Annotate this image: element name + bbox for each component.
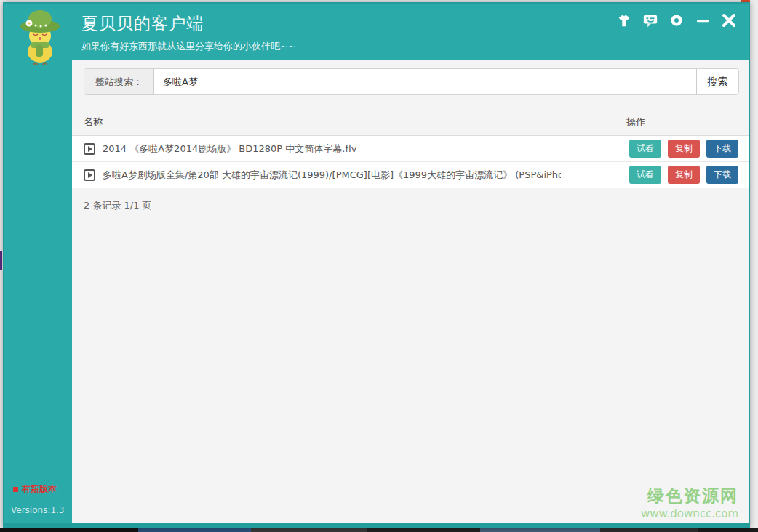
settings-icon[interactable] <box>669 12 685 28</box>
watermark-url: www.downcc.com <box>641 507 738 520</box>
copy-button[interactable]: 复制 <box>668 140 700 158</box>
row-actions: 试看 复制 下载 <box>629 166 738 184</box>
row-actions: 试看 复制 下载 <box>629 140 738 158</box>
column-header-name: 名称 <box>84 116 103 129</box>
table-row: 多啦A梦剧场版全集/第20部 大雄的宇宙漂流记(1999)/[PMCG][电影]… <box>72 162 749 188</box>
update-bullet-icon <box>13 487 18 492</box>
table-row: 2014 《多啦A梦2014剧场版》 BD1280P 中文简体字幕.flv 试看… <box>72 136 749 162</box>
app-window: 夏贝贝的客户端 如果你有好东西那就从这里分享给你的小伙伴吧~~ <box>3 2 750 528</box>
skin-icon[interactable] <box>616 12 632 28</box>
update-notice-label: 有新版本 <box>22 483 57 496</box>
preview-button[interactable]: 试看 <box>629 140 661 158</box>
minimize-icon[interactable] <box>695 12 711 28</box>
download-button[interactable]: 下载 <box>706 140 738 158</box>
search-scope-selector[interactable]: 整站搜索： <box>84 69 154 94</box>
site-watermark: 绿色资源网 www.downcc.com <box>641 485 738 520</box>
app-logo <box>13 7 67 65</box>
sidebar <box>4 4 72 523</box>
column-header-actions: 操作 <box>626 116 645 129</box>
update-notice[interactable]: 有新版本 <box>13 483 57 496</box>
search-input[interactable] <box>154 69 696 94</box>
preview-button[interactable]: 试看 <box>629 166 661 184</box>
page-title: 夏贝贝的客户端 <box>81 12 204 35</box>
feedback-icon[interactable] <box>642 12 658 28</box>
version-label: Versions:1.3 <box>11 505 65 515</box>
play-icon <box>84 169 95 181</box>
watermark-title: 绿色资源网 <box>641 485 738 507</box>
record-count: 2 条记录 1/1 页 <box>84 199 152 212</box>
file-name[interactable]: 多啦A梦剧场版全集/第20部 大雄的宇宙漂流记(1999)/[PMCG][电影]… <box>103 169 561 182</box>
play-icon <box>84 143 95 155</box>
results-table-header: 名称 操作 <box>72 105 749 136</box>
page-subtitle: 如果你有好东西那就从这里分享给你的小伙伴吧~~ <box>81 40 296 53</box>
file-name[interactable]: 2014 《多啦A梦2014剧场版》 BD1280P 中文简体字幕.flv <box>103 142 356 156</box>
close-icon[interactable] <box>721 12 737 28</box>
search-button[interactable]: 搜索 <box>696 69 738 94</box>
search-bar: 整站搜索： 搜索 <box>84 68 739 95</box>
copy-button[interactable]: 复制 <box>668 166 700 184</box>
main-content: 整站搜索： 搜索 名称 操作 2014 《多啦A梦2014剧场版》 BD1280… <box>72 60 749 523</box>
titlebar-icons <box>616 12 737 28</box>
background-page-fragment <box>0 251 2 270</box>
chick-logo-icon <box>13 7 67 65</box>
download-button[interactable]: 下载 <box>706 166 738 184</box>
